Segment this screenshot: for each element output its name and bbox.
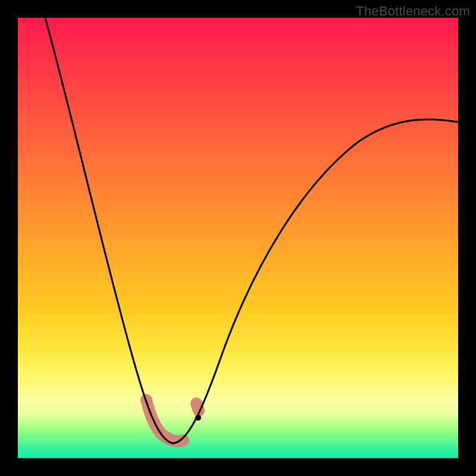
bottleneck-curve: [45, 18, 458, 443]
chart-container: TheBottleneck.com: [0, 0, 476, 476]
watermark-text: TheBottleneck.com: [356, 4, 470, 19]
plot-area: [18, 18, 458, 458]
bottleneck-curve-svg: [18, 18, 458, 458]
